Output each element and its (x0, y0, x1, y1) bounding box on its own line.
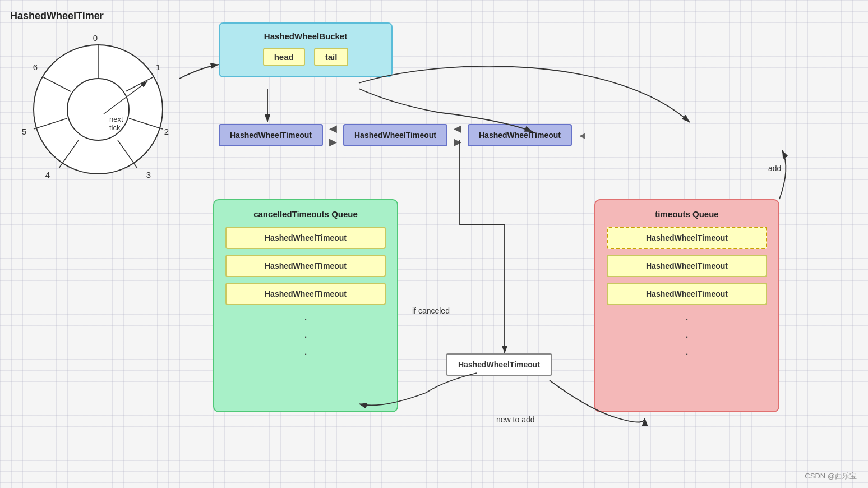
timeouts-queue: timeouts Queue HashedWheelTimeout Hashed… (594, 199, 779, 412)
arrow-right-end: ◀ (572, 131, 592, 140)
watermark: CSDN @西乐宝 (805, 471, 857, 481)
new-to-add-label: new to add (496, 415, 535, 424)
svg-text:6: 6 (33, 62, 38, 72)
arrow-double-2: ◀ ▶ (447, 122, 468, 148)
tail-field: tail (314, 48, 349, 66)
cancelled-item-3: HashedWheelTimeout (225, 283, 386, 305)
page-title: HashedWheelTimer (10, 10, 104, 22)
svg-text:next: next (109, 115, 123, 123)
timeout-node-1: HashedWheelTimeout (219, 124, 323, 146)
head-field: head (263, 48, 305, 66)
bucket-fields: head tail (229, 48, 382, 66)
bucket-box: HashedWheelBucket head tail (219, 22, 393, 77)
svg-text:5: 5 (22, 127, 26, 136)
timeouts-dots: ··· (607, 311, 767, 362)
cancelled-queue: cancelledTimeouts Queue HashedWheelTimeo… (213, 199, 398, 412)
svg-text:tick: tick (109, 123, 121, 132)
timeouts-item-2: HashedWheelTimeout (607, 255, 767, 277)
add-label: add (768, 164, 781, 173)
svg-text:2: 2 (164, 127, 169, 136)
standalone-timeout: HashedWheelTimeout (446, 353, 552, 376)
timeout-node-2: HashedWheelTimeout (343, 124, 447, 146)
diagram-container: HashedWheelTimer 0 1 2 3 4 5 6 next tick (0, 0, 868, 488)
svg-text:4: 4 (45, 170, 50, 179)
svg-text:3: 3 (146, 170, 151, 179)
cancelled-item-2: HashedWheelTimeout (225, 255, 386, 277)
svg-text:0: 0 (93, 33, 98, 43)
if-canceled-label: if canceled (412, 306, 450, 315)
cancelled-item-1: HashedWheelTimeout (225, 227, 386, 249)
cancelled-dots: ··· (225, 311, 386, 362)
cancelled-queue-title: cancelledTimeouts Queue (225, 209, 386, 219)
bucket-title: HashedWheelBucket (229, 31, 382, 41)
timeouts-item-3: HashedWheelTimeout (607, 283, 767, 305)
timeout-row: HashedWheelTimeout ◀ ▶ HashedWheelTimeou… (219, 122, 592, 148)
timeouts-item-1: HashedWheelTimeout (607, 227, 767, 249)
svg-text:1: 1 (156, 62, 160, 72)
timeouts-queue-title: timeouts Queue (607, 209, 767, 219)
wheel-diagram: 0 1 2 3 4 5 6 next tick (14, 31, 182, 188)
arrow-double-1: ◀ ▶ (323, 122, 343, 148)
timeout-node-3: HashedWheelTimeout (468, 124, 572, 146)
